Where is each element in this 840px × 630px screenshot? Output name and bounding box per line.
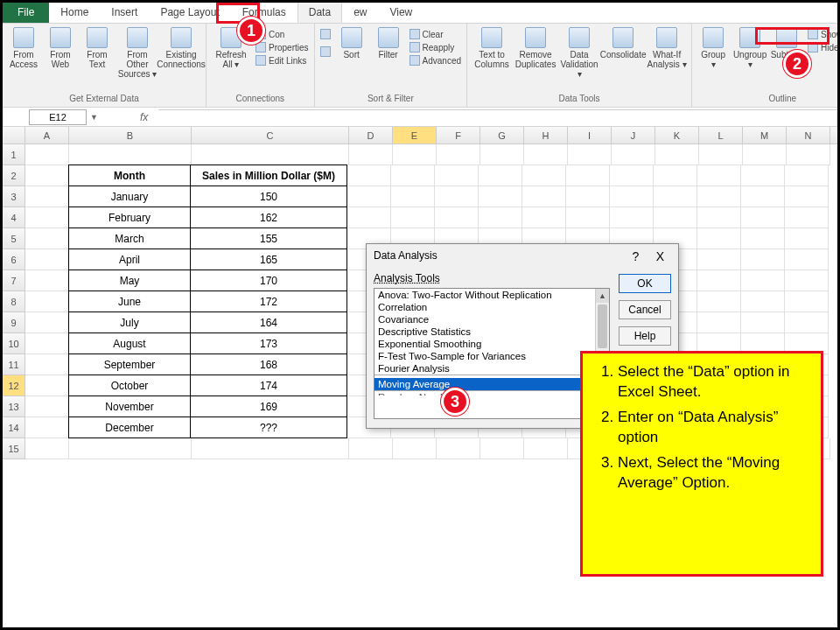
ok-button[interactable]: OK [619,274,671,293]
cell[interactable]: May [68,270,191,291]
cell[interactable]: 169 [190,396,347,417]
cell[interactable] [566,186,610,207]
cell[interactable] [25,333,69,354]
cell[interactable] [25,207,69,228]
cell[interactable] [785,228,829,249]
list-item[interactable]: Exponential Smoothing [374,338,595,350]
cell[interactable] [349,144,393,165]
cell[interactable] [785,207,829,228]
cell[interactable] [480,144,524,165]
tab-file[interactable]: File [3,2,49,23]
consolidate-button[interactable]: Consolidate [602,25,644,61]
scroll-thumb[interactable] [598,304,607,348]
colhead-h[interactable]: H [524,127,568,144]
cell[interactable] [437,144,480,165]
cell[interactable] [25,228,69,249]
cell[interactable] [785,186,829,207]
row-header[interactable]: 3 [3,186,25,207]
cell[interactable]: 164 [190,312,347,333]
cell[interactable]: August [68,332,191,354]
row-header[interactable]: 13 [3,396,25,417]
cell[interactable] [697,312,741,333]
sort-button[interactable]: Sort [334,25,369,61]
colhead-f[interactable]: F [437,127,480,144]
cell[interactable] [524,144,568,165]
dialog-close-icon[interactable]: X [649,249,671,263]
cell[interactable] [697,291,741,312]
reapply-button[interactable]: Reapply [410,42,461,52]
cell[interactable] [610,207,654,228]
cell[interactable]: 172 [190,290,347,312]
list-item[interactable]: Covariance [374,313,595,326]
remove-duplicates-button[interactable]: Remove Duplicates [514,25,556,71]
cell[interactable] [785,312,829,333]
cell[interactable] [522,165,566,186]
cell[interactable] [522,186,566,207]
cell[interactable]: 155 [190,228,347,249]
cell[interactable]: 162 [190,206,347,228]
cell[interactable]: October [68,374,191,396]
cell[interactable] [785,291,829,312]
cell[interactable] [697,270,741,291]
tab-insert[interactable]: Insert [100,2,149,23]
cell[interactable] [654,165,697,186]
cell[interactable]: 173 [190,332,347,354]
help-button[interactable]: Help [619,326,671,346]
cell[interactable] [192,438,349,459]
list-item[interactable]: Correlation [374,301,595,313]
cell[interactable] [524,438,568,459]
cell[interactable] [785,165,829,186]
from-access-button[interactable]: From Access [6,25,41,71]
cell[interactable] [654,207,697,228]
cell[interactable] [435,165,479,186]
row-header[interactable]: 11 [3,354,25,375]
name-box[interactable]: E12 [29,109,87,125]
cell[interactable] [347,165,391,186]
row-header[interactable]: 4 [3,207,25,228]
select-all-corner[interactable] [3,127,25,144]
dialog-help-icon[interactable]: ? [626,249,647,263]
cell[interactable] [25,291,69,312]
cell[interactable] [391,207,435,228]
from-text-button[interactable]: From Text [80,25,115,71]
colhead-b[interactable]: B [69,127,192,144]
cell[interactable]: ??? [190,416,347,438]
text-to-columns-button[interactable]: Text to Columns [471,25,513,71]
dialog-titlebar[interactable]: Data Analysis ? X [367,244,678,269]
cell[interactable] [25,396,69,417]
tab-review[interactable]: ew [342,2,378,23]
colhead-k[interactable]: K [655,127,699,144]
cell[interactable] [741,291,785,312]
row-header[interactable]: 12 [3,375,25,396]
cell[interactable] [480,438,524,459]
from-web-button[interactable]: From Web [43,25,78,71]
cell[interactable] [699,144,743,165]
colhead-c[interactable]: C [192,127,349,144]
cell[interactable] [741,249,785,270]
analysis-tools-listbox[interactable]: Anova: Two-Factor Without Replication Co… [374,288,610,419]
edit-links-button[interactable]: Edit Links [256,55,309,66]
cell[interactable]: January [68,186,191,207]
cell[interactable] [697,249,741,270]
cell[interactable] [697,207,741,228]
cell[interactable] [347,186,391,207]
cell[interactable] [25,438,69,459]
colhead-m[interactable]: M [743,127,787,144]
row-header[interactable]: 8 [3,291,25,312]
cell[interactable]: December [68,416,191,438]
row-header[interactable]: 6 [3,249,25,270]
row-header[interactable]: 14 [3,417,25,438]
list-item[interactable]: Fourier Analysis [374,362,595,374]
cell[interactable] [655,144,699,165]
colhead-j[interactable]: J [612,127,655,144]
cell[interactable]: 170 [190,270,347,291]
what-if-button[interactable]: What-If Analysis ▾ [646,25,688,71]
cell[interactable]: Month [68,164,191,186]
row-header[interactable]: 15 [3,438,25,459]
existing-connections-button[interactable]: Existing Connections [160,25,202,71]
cell[interactable] [347,207,391,228]
cell[interactable]: July [68,312,191,333]
list-item-moving-average[interactable]: Moving Average [374,378,595,390]
cell[interactable] [697,165,741,186]
cell[interactable]: February [68,206,191,228]
